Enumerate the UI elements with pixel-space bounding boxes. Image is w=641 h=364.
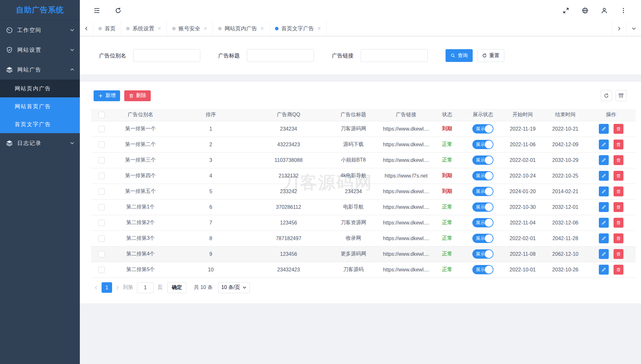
row-checkbox[interactable] (98, 204, 105, 210)
delete-button[interactable] (614, 186, 623, 196)
tabs-menu-button[interactable] (626, 21, 641, 36)
row-checkbox[interactable] (98, 141, 105, 148)
sidebar-item-workspace[interactable]: 工作空间 (0, 20, 80, 40)
column-settings-button[interactable] (615, 90, 627, 101)
trash-icon (616, 252, 621, 256)
cell-alias: 第一排第三个 (112, 152, 169, 168)
edit-button[interactable] (599, 202, 609, 212)
delete-button[interactable] (614, 265, 623, 275)
tab[interactable]: 系统设置 (121, 21, 167, 36)
edit-button[interactable] (599, 265, 609, 275)
tabs-scroll-left-button[interactable] (80, 21, 93, 36)
cell-link: https://www.dkewl.... (382, 121, 430, 137)
edit-button[interactable] (599, 186, 609, 196)
delete-button[interactable] (614, 155, 623, 165)
row-checkbox[interactable] (98, 235, 105, 242)
reset-button[interactable]: 重置 (477, 49, 504, 62)
tab[interactable]: 账号安全 (167, 21, 213, 36)
plus-icon (98, 93, 103, 98)
query-button[interactable]: 查询 (446, 49, 473, 62)
cell-order: 9 (169, 246, 253, 262)
tab-close-icon[interactable] (157, 26, 162, 31)
tab-close-icon[interactable] (203, 26, 208, 31)
sidebar-item-logs[interactable]: 日志记录 (0, 133, 80, 153)
edit-button[interactable] (599, 124, 609, 134)
sidebar-subitem-home-text-ads[interactable]: 首页文字广告 (0, 115, 80, 133)
display-toggle[interactable]: 展示 (472, 124, 493, 133)
sidebar-subitem-homepage-ads[interactable]: 网站首页广告 (0, 97, 80, 115)
pencil-icon (601, 205, 606, 209)
ad-link-input[interactable] (361, 49, 428, 62)
fullscreen-button[interactable] (562, 7, 569, 14)
delete-button[interactable] (614, 202, 623, 212)
edit-button[interactable] (599, 140, 609, 149)
goto-page-input[interactable] (137, 282, 154, 293)
toggle-label: 展示 (476, 251, 485, 257)
sidebar-subitem-inpage-ads[interactable]: 网站页内广告 (0, 80, 80, 97)
confirm-button[interactable]: 确定 (167, 282, 187, 293)
row-checkbox[interactable] (98, 188, 105, 195)
edit-button[interactable] (599, 171, 609, 181)
tab-close-icon[interactable] (260, 26, 264, 31)
delete-button[interactable] (614, 124, 623, 134)
tab[interactable]: 首页 (93, 21, 121, 36)
delete-button[interactable] (614, 233, 623, 243)
tab[interactable]: 首页文字广告 (270, 21, 327, 36)
cell-end-time: 2062-12-10 (544, 246, 587, 262)
sidebar-item-site-ads[interactable]: 网站广告 (0, 60, 80, 80)
cell-title: 更多源码网 (324, 246, 382, 262)
batch-delete-button[interactable]: 删除 (124, 90, 151, 101)
pencil-icon (601, 158, 606, 163)
add-button[interactable]: 新增 (94, 90, 120, 101)
next-page-button[interactable] (115, 285, 120, 290)
ad-title-input[interactable] (247, 49, 314, 62)
more-menu-button[interactable] (620, 7, 627, 14)
cell-title: 小姐姐BT8 (324, 152, 382, 168)
toggle-knob (485, 203, 493, 211)
table-row: 第二排第3个 8 787182497 收录网 https://www.dkewl… (91, 231, 636, 246)
row-checkbox[interactable] (98, 251, 105, 257)
page-size-select[interactable]: 10 条/页 (218, 282, 250, 293)
delete-button[interactable] (614, 218, 623, 228)
pencil-icon (601, 236, 606, 241)
language-globe-button[interactable] (582, 7, 589, 14)
cell-status: 到期 (442, 188, 452, 194)
tabs-scroll-right-button[interactable] (612, 21, 626, 36)
column-header: 广告链接 (382, 109, 430, 121)
display-toggle[interactable]: 展示 (472, 218, 493, 227)
tab-close-icon[interactable] (317, 26, 321, 31)
row-checkbox[interactable] (98, 220, 105, 226)
refresh-page-button[interactable] (115, 7, 122, 14)
edit-button[interactable] (599, 218, 609, 228)
edit-button[interactable] (599, 233, 609, 243)
edit-button[interactable] (599, 155, 609, 165)
display-toggle[interactable]: 展示 (472, 140, 493, 149)
display-toggle[interactable]: 展示 (472, 234, 493, 243)
delete-button[interactable] (614, 249, 623, 259)
display-toggle[interactable]: 展示 (472, 155, 493, 165)
display-toggle[interactable]: 展示 (472, 202, 493, 212)
row-checkbox[interactable] (98, 157, 105, 163)
row-checkbox[interactable] (98, 267, 105, 273)
display-toggle[interactable]: 展示 (472, 171, 493, 180)
tab-dot-icon (98, 27, 102, 30)
sidebar-item-site-settings[interactable]: 网站设置 (0, 40, 80, 60)
user-button[interactable] (601, 7, 608, 14)
delete-button[interactable] (614, 171, 623, 181)
tab[interactable]: 网站页内广告 (213, 21, 270, 36)
page-number-button[interactable]: 1 (102, 282, 112, 293)
display-toggle[interactable]: 展示 (472, 249, 493, 259)
row-checkbox[interactable] (98, 173, 105, 179)
cell-end-time: 2022-10-25 (544, 168, 587, 184)
prev-page-button[interactable] (94, 285, 99, 290)
select-all-checkbox[interactable] (98, 112, 105, 118)
display-toggle[interactable]: 展示 (472, 187, 493, 196)
layers-icon (6, 66, 13, 73)
ad-alias-input[interactable] (133, 49, 200, 62)
edit-button[interactable] (599, 249, 609, 259)
table-refresh-button[interactable] (601, 90, 612, 101)
delete-button[interactable] (614, 140, 623, 149)
display-toggle[interactable]: 展示 (472, 265, 493, 274)
row-checkbox[interactable] (98, 126, 105, 132)
menu-collapse-button[interactable] (93, 7, 100, 14)
